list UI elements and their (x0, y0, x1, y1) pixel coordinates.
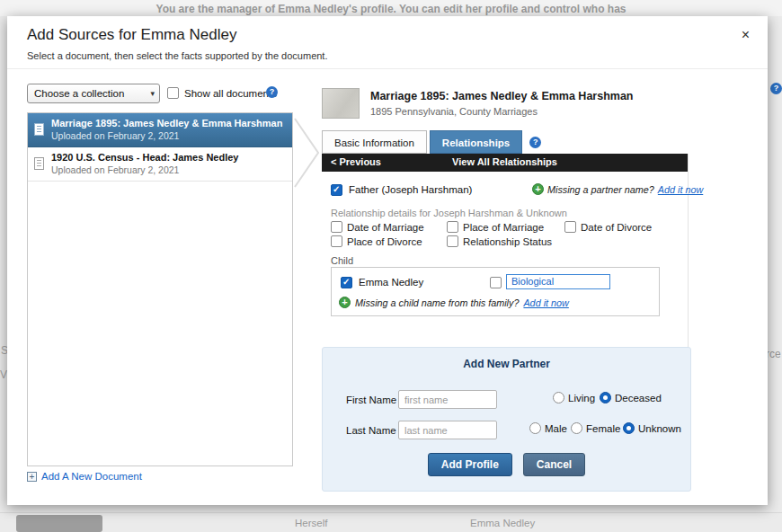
chevron-down-icon: ▾ (150, 84, 155, 102)
fact-label: Date of Divorce (581, 222, 652, 233)
radio-button[interactable] (571, 422, 582, 434)
missing-partner-row: + Missing a partner name? Add it now (532, 183, 703, 195)
radio-button[interactable] (553, 392, 564, 403)
relationship-details-heading: Relationship details for Joseph Harshman… (331, 208, 567, 218)
radio-button[interactable] (600, 392, 611, 403)
collection-dropdown-value: Choose a collection (34, 88, 124, 99)
background-label-herself: Herself (295, 518, 327, 528)
first-name-label: First Name (346, 395, 396, 405)
tab-relationships[interactable]: Relationships (430, 130, 522, 154)
detail-tabs: Basic Information Relationships ? (322, 130, 541, 154)
divider (0, 512, 782, 513)
dimmed-background-button (16, 515, 102, 532)
fact-place-of-marriage[interactable]: Place of Marriage (447, 221, 544, 233)
detail-document-title: Marriage 1895: James Nedley & Emma Harsh… (370, 90, 634, 102)
radio-male[interactable]: Male (529, 422, 567, 434)
fact-place-of-divorce[interactable]: Place of Divorce (331, 235, 422, 247)
background-banner-text: You are the manager of Emma Nedley's pro… (0, 0, 782, 16)
fact-label: Relationship Status (463, 236, 552, 247)
document-title: Marriage 1895: James Nedley & Emma Harsh… (51, 118, 282, 129)
child-type-select[interactable]: Biological (506, 274, 610, 289)
green-plus-icon: + (339, 297, 351, 308)
document-subtitle: Uploaded on February 2, 2021 (51, 164, 179, 175)
radio-label: Female (586, 423, 620, 434)
last-name-label: Last Name (346, 425, 396, 436)
radio-label: Deceased (615, 393, 662, 403)
add-new-partner-panel: Add New Partner First Name Last Name Liv… (322, 347, 691, 492)
background-footer: Herself Emma Nedley (0, 505, 782, 532)
background-help-icon: ? (770, 83, 782, 94)
divider (7, 68, 768, 69)
cancel-button[interactable]: Cancel (523, 453, 585, 476)
document-thumbnail[interactable] (322, 88, 360, 119)
child-checkbox[interactable] (341, 277, 352, 288)
add-document-label: Add A New Document (41, 471, 142, 482)
missing-child-row: + Missing a child name from this family?… (339, 297, 569, 308)
document-title: 1920 U.S. Census - Head: James Nedley (51, 152, 238, 163)
help-icon[interactable]: ? (529, 137, 541, 148)
radio-label: Male (545, 423, 567, 434)
green-plus-icon: + (532, 183, 544, 195)
child-type-checkbox[interactable] (490, 277, 502, 288)
document-list-item[interactable]: Marriage 1895: James Nedley & Emma Harsh… (28, 113, 292, 147)
add-plus-icon: + (27, 472, 37, 482)
radio-deceased[interactable]: Deceased (600, 392, 662, 403)
last-name-input[interactable] (398, 421, 497, 439)
child-heading: Child (331, 255, 353, 266)
help-icon[interactable]: ? (266, 86, 278, 98)
add-child-now-link[interactable]: Add it now (523, 297, 568, 308)
add-partner-now-link[interactable]: Add it now (658, 184, 703, 195)
modal-title: Add Sources for Emma Nedley (27, 26, 236, 44)
checkbox[interactable] (564, 221, 576, 233)
add-document-link[interactable]: + Add A New Document (27, 471, 142, 482)
show-all-documents-label: Show all documents (184, 88, 277, 99)
radio-unknown[interactable]: Unknown (623, 422, 681, 434)
add-profile-button[interactable]: Add Profile (428, 453, 512, 476)
radio-label: Unknown (638, 423, 681, 434)
selection-pointer-icon (293, 117, 322, 191)
missing-child-text: Missing a child name from this family? (355, 297, 519, 308)
close-icon[interactable]: × (742, 27, 750, 43)
document-list: Marriage 1895: James Nedley & Emma Harsh… (27, 112, 293, 466)
radio-living[interactable]: Living (553, 392, 595, 403)
document-subtitle: Uploaded on February 2, 2021 (51, 130, 179, 141)
checkbox[interactable] (331, 221, 342, 233)
checkbox[interactable] (331, 235, 342, 247)
relationships-nav-bar: View All Relationships < Previous (322, 154, 688, 172)
background-text-fragment: rce (766, 348, 781, 360)
fact-relationship-status[interactable]: Relationship Status (447, 235, 552, 247)
child-name: Emma Nedley (359, 277, 423, 288)
radio-label: Living (568, 393, 595, 403)
background-label-emma-nedley: Emma Nedley (470, 518, 535, 528)
radio-female[interactable]: Female (571, 422, 620, 434)
first-name-input[interactable] (398, 390, 497, 409)
fact-date-of-marriage[interactable]: Date of Marriage (331, 221, 424, 233)
page: You are the manager of Emma Nedley's pro… (0, 0, 782, 532)
radio-button[interactable] (529, 422, 541, 434)
fact-label: Place of Divorce (347, 236, 422, 247)
detail-document-subtitle: 1895 Pennsylvania, County Marriages (370, 106, 538, 117)
child-box: Emma Nedley Biological + Missing a child… (331, 267, 660, 316)
fact-label: Date of Marriage (347, 222, 424, 233)
tab-basic-information[interactable]: Basic Information (322, 130, 427, 154)
missing-partner-text: Missing a partner name? (547, 184, 654, 195)
checkbox[interactable] (447, 235, 458, 247)
previous-link[interactable]: < Previous (331, 156, 381, 167)
radio-button[interactable] (623, 422, 635, 434)
fact-date-of-divorce[interactable]: Date of Divorce (564, 221, 652, 233)
document-icon (34, 123, 44, 136)
add-new-partner-title: Add New Partner (323, 358, 690, 370)
modal-subtitle: Select a document, then select the facts… (27, 50, 327, 61)
document-list-item[interactable]: 1920 U.S. Census - Head: James Nedley Up… (28, 147, 292, 182)
show-all-documents-checkbox[interactable] (167, 87, 179, 99)
collection-dropdown[interactable]: Choose a collection ▾ (27, 84, 160, 103)
father-checkbox[interactable] (331, 184, 342, 196)
add-sources-modal: × Add Sources for Emma Nedley Select a d… (7, 16, 768, 505)
father-label: Father (Joseph Harshman) (349, 184, 472, 195)
partner-buttons: Add Profile Cancel (323, 453, 690, 476)
checkbox[interactable] (447, 221, 458, 233)
fact-label: Place of Marriage (463, 222, 544, 233)
document-icon (34, 157, 44, 170)
